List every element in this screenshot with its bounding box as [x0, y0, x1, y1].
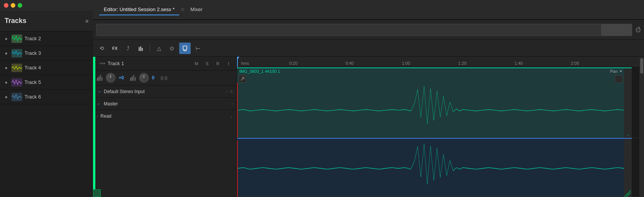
input-mute-icon[interactable]: ⊘ — [230, 89, 233, 94]
output-arrow-icon: ← — [97, 101, 101, 107]
ruler-marker-140: 1:40 — [515, 61, 523, 66]
pan-meter — [130, 75, 136, 81]
playhead-head — [237, 57, 239, 61]
overview-thumb[interactable] — [601, 24, 632, 36]
input-meter — [97, 75, 103, 81]
clip1-label: IMG_0803_1 44100 1 — [239, 69, 280, 74]
waveform-area: hms 0:20 0:40 1:00 1:20 1:40 2:00 IMG_08… — [237, 57, 639, 197]
end-diagonal-icon — [624, 190, 631, 197]
input-route-row[interactable]: → Default Stereo Input › ⊘ — [93, 85, 237, 98]
output-chevron-icon: › — [232, 102, 233, 106]
scroll-thumb[interactable] — [640, 58, 643, 74]
wave-thumb-track3 — [11, 49, 22, 57]
automation-row[interactable]: › Read ⌄ — [93, 110, 237, 122]
tab-editor-label: Editor: Untitled Session 2.sesx * — [104, 7, 175, 12]
tab-mixer[interactable]: Mixer — [186, 4, 207, 15]
wave-thumb-track6 — [11, 93, 22, 101]
wave-thumb-track2 — [11, 34, 22, 43]
svg-line-12 — [626, 192, 631, 197]
loop-tool-button[interactable]: ⟲ — [96, 43, 108, 54]
track3-label: Track 3 — [25, 50, 41, 56]
overview-settings-icon[interactable]: ⊙̂ — [635, 26, 641, 34]
svg-line-10 — [241, 77, 244, 80]
sidebar-item-track6[interactable]: ● Track 6 — [0, 90, 93, 104]
svg-rect-1 — [140, 46, 141, 51]
visibility-icon-track2[interactable]: ● — [3, 36, 9, 41]
snap-magnet-button[interactable] — [179, 43, 191, 54]
waveform-svg-2 — [237, 140, 624, 197]
tracks-menu-icon[interactable]: ≡ — [85, 18, 88, 24]
time-stretch-button[interactable]: ⊙ — [166, 43, 178, 54]
automation-dropdown-icon[interactable]: ⌄ — [230, 114, 233, 118]
sidebar-item-track3[interactable]: ● Track 3 — [0, 46, 93, 61]
volume-row: +0 0 — [97, 73, 233, 83]
clip-stretch-button[interactable]: △ — [153, 43, 165, 54]
record-button[interactable]: R — [214, 59, 222, 68]
levels-button[interactable] — [135, 43, 147, 54]
track1-name: Track 1 — [108, 61, 190, 66]
volume-knob[interactable] — [106, 73, 116, 83]
timeline-ruler: hms 0:20 0:40 1:00 1:20 1:40 2:00 — [237, 57, 639, 67]
visibility-icon-track5[interactable]: ● — [3, 80, 9, 85]
clip-corner-right-icon — [615, 75, 623, 83]
output-route-row[interactable]: ← Master › — [93, 98, 237, 110]
left-panel: Tracks ≡ ● Track 2 ● Track 3 ● Track 4 ● — [0, 0, 93, 197]
tab-editor[interactable]: Editor: Untitled Session 2.sesx * — [99, 4, 179, 15]
fx-tool-button[interactable]: FX — [109, 43, 121, 54]
playhead[interactable] — [237, 57, 238, 67]
input-button[interactable]: I — [224, 59, 233, 68]
clip-corner-icon — [239, 75, 246, 83]
sidebar-item-track5[interactable]: ● Track 5 — [0, 75, 93, 90]
visibility-icon-track4[interactable]: ● — [3, 65, 9, 71]
top-bar: Editor: Untitled Session 2.sesx * ≡ Mixe… — [93, 0, 644, 20]
multitrack-select-button[interactable]: ⤴ — [122, 43, 134, 54]
waveform-canvas1 — [237, 83, 624, 138]
track-expand-icon[interactable]: ⟹ — [99, 61, 105, 66]
maximize-button[interactable] — [18, 3, 22, 8]
red-line-1 — [237, 83, 238, 138]
marker-tool-button[interactable]: ⊢ — [192, 43, 204, 54]
sidebar-item-track2[interactable]: ● Track 2 — [0, 31, 93, 46]
ruler-marker-020: 0:20 — [289, 61, 297, 66]
clip1[interactable]: IMG_0803_1 44100 1 Pan ▼ — [237, 67, 632, 138]
svg-rect-0 — [139, 47, 140, 51]
waveform-track2[interactable]: // — [237, 138, 639, 197]
ruler-marker-100: 1:00 — [402, 61, 410, 66]
tracks-header: Tracks ≡ — [0, 11, 93, 31]
track4-label: Track 4 — [25, 65, 41, 71]
volume-value: +0 — [119, 75, 124, 80]
close-button[interactable] — [4, 3, 8, 8]
clip2[interactable]: // — [237, 138, 632, 197]
input-route-label: Default Stereo Input — [104, 89, 224, 94]
stereo-icon: ((·)) — [160, 76, 167, 80]
visibility-icon-track3[interactable]: ● — [3, 51, 9, 56]
minimize-button[interactable] — [11, 3, 15, 8]
waveform-track1[interactable]: IMG_0803_1 44100 1 Pan ▼ — [237, 67, 639, 138]
track-controls-body: +0 0 — [93, 71, 237, 85]
solo-button[interactable]: S — [203, 59, 211, 68]
pan-knob[interactable] — [139, 73, 149, 83]
clip1-end-marker: // — [624, 68, 632, 138]
right-area: Editor: Untitled Session 2.sesx * ≡ Mixe… — [93, 0, 644, 197]
tab-menu-icon[interactable]: ≡ — [181, 6, 184, 13]
timeline-area: ⟹ Track 1 M S R I — [93, 57, 644, 197]
tracks-waveforms: IMG_0803_1 44100 1 Pan ▼ — [237, 67, 639, 197]
vertical-scrollbar[interactable] — [639, 57, 644, 197]
overview-track[interactable] — [96, 24, 632, 36]
tab-mixer-label: Mixer — [190, 7, 203, 12]
automation-label: Read — [100, 113, 227, 119]
track2-label: Track 2 — [25, 36, 41, 41]
green-accent-bar — [93, 57, 95, 197]
tracks-panel-title: Tracks — [5, 17, 85, 25]
clip2-end-marker: // — [624, 139, 632, 197]
track-color-swatch[interactable] — [93, 189, 101, 197]
overview-bar: ⊙̂ — [93, 20, 644, 40]
wave-thumb-track4 — [11, 64, 22, 72]
ruler-marker-120: 1:20 — [458, 61, 466, 66]
auto-expand-icon[interactable]: › — [97, 114, 98, 118]
mute-button[interactable]: M — [192, 59, 201, 68]
sidebar-item-track4[interactable]: ● Track 4 — [0, 61, 93, 75]
visibility-icon-track6[interactable]: ● — [3, 94, 9, 100]
output-route-label: Master — [104, 101, 229, 107]
toolbar: ⟲ FX ⤴ △ ⊙ ⊢ — [93, 40, 644, 57]
